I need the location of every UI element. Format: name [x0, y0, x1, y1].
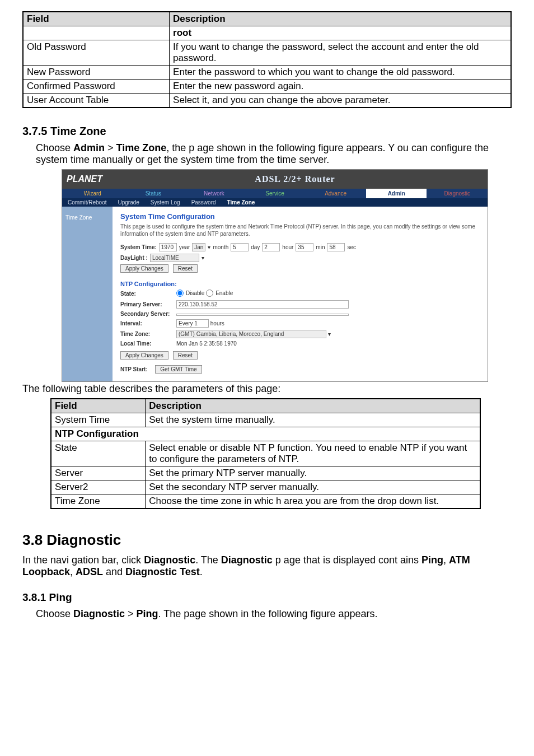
- daylight-select[interactable]: LocalTIME: [150, 254, 199, 262]
- col-field: Field: [51, 399, 146, 413]
- sub-tabs: Commit/Reboot Upgrade System Log Passwor…: [62, 198, 488, 207]
- enable-label: Enable: [216, 290, 233, 296]
- system-time-row: System Time: 1970 year Jan ▾ month 5 day…: [120, 243, 480, 251]
- logo: PLANET: [67, 174, 102, 184]
- table2-intro: The following table describes the parame…: [22, 383, 512, 395]
- router-screenshot: PLANET ADSL 2/2+ Router Wizard Status Ne…: [62, 169, 488, 382]
- tz-select[interactable]: (GMT) Gambia, Liberia, Morocco, England: [176, 330, 326, 338]
- panel-desc: This page is used to configure the syste…: [120, 223, 480, 237]
- state-label: State:: [120, 291, 171, 297]
- primary-input[interactable]: 220.130.158.52: [176, 300, 349, 309]
- reset-button[interactable]: Reset: [173, 264, 198, 273]
- subtab-commit[interactable]: Commit/Reboot: [62, 198, 112, 207]
- timezone-field-table: Field Description System Time Set the sy…: [50, 398, 481, 509]
- min-input[interactable]: 35: [296, 243, 313, 251]
- tab-admin[interactable]: Admin: [366, 189, 427, 198]
- sec-label: sec: [347, 244, 356, 250]
- tz-label: Time Zone:: [120, 331, 171, 337]
- heading-381: 3.8.1 Ping: [22, 591, 512, 604]
- col-field: Field: [23, 12, 170, 26]
- col-desc: Description: [146, 399, 480, 413]
- chevron-down-icon: ▾: [202, 255, 204, 261]
- para-381: Choose Diagnostic > Ping. The page shown…: [36, 608, 512, 620]
- table-row: Time Zone Choose the time zone in whic h…: [51, 494, 480, 509]
- enable-radio[interactable]: [206, 290, 213, 297]
- col-desc: Description: [170, 12, 511, 26]
- apply-button[interactable]: Apply Changes: [120, 264, 168, 273]
- state-radios: Disable Enable: [176, 290, 480, 298]
- left-nav: Time Zone: [62, 207, 113, 381]
- hour-input[interactable]: 2: [262, 243, 280, 251]
- year-label: year: [179, 244, 190, 250]
- ntp-heading: NTP Configuration:: [120, 281, 480, 287]
- table-row: User Account Table Select it, and you ca…: [23, 94, 511, 108]
- hour-label: hour: [282, 244, 293, 250]
- table-row: State Select enable or disable NT P func…: [51, 441, 480, 466]
- ntp-grid: State: Disable Enable Primary Server: 22…: [120, 290, 480, 347]
- chevron-down-icon: ▾: [208, 244, 210, 250]
- min-label: min: [316, 244, 325, 250]
- systime-label: System Time:: [120, 244, 157, 250]
- daylight-label: DayLight :: [120, 255, 148, 261]
- ntp-start-row: NTP Start: Get GMT Time: [120, 365, 480, 374]
- heading-38: 3.8 Diagnostic: [22, 531, 512, 549]
- month-select[interactable]: Jan: [192, 243, 205, 251]
- table-header: Field Description: [51, 399, 480, 413]
- table-row: Confirmed Password Enter the new passwor…: [23, 80, 511, 94]
- sec-input[interactable]: 58: [327, 243, 345, 251]
- subtab-timezone[interactable]: Time Zone: [222, 198, 261, 207]
- daylight-row: DayLight : LocalTIME ▾: [120, 254, 480, 262]
- disable-label: Disable: [186, 290, 204, 296]
- main-tabs: Wizard Status Network Service Advance Ad…: [62, 189, 488, 198]
- year-input[interactable]: 1970: [159, 243, 177, 251]
- heading-375: 3.7.5 Time Zone: [22, 125, 512, 138]
- tab-wizard[interactable]: Wizard: [62, 189, 123, 198]
- left-timezone[interactable]: Time Zone: [62, 212, 113, 223]
- localtime-value: Mon Jan 5 2:35:58 1970: [176, 340, 480, 347]
- table-row: root: [23, 26, 511, 40]
- password-field-table: Field Description root Old Password If y…: [22, 11, 512, 108]
- ntp-start-label: NTP Start:: [120, 366, 148, 372]
- table-group-row: NTP Configuration: [51, 427, 480, 441]
- tab-advance[interactable]: Advance: [305, 189, 366, 198]
- tab-status[interactable]: Status: [123, 189, 184, 198]
- table-row: New Password Enter the password to which…: [23, 66, 511, 80]
- interval-unit: hours: [210, 320, 224, 326]
- router-body: Time Zone System Time Configuration This…: [62, 207, 488, 381]
- panel-heading: System Time Configuration: [120, 212, 480, 221]
- secondary-label: Secondary Server:: [120, 311, 171, 317]
- reset-button-2[interactable]: Reset: [173, 351, 198, 360]
- interval-label: Interval:: [120, 320, 171, 326]
- tab-service[interactable]: Service: [245, 189, 306, 198]
- interval-input[interactable]: Every 1: [176, 319, 209, 328]
- chevron-down-icon: ▾: [328, 331, 331, 337]
- table-row: Server Set the primary NTP server manual…: [51, 466, 480, 480]
- subtab-password[interactable]: Password: [186, 198, 222, 207]
- table-row: System Time Set the system time manually…: [51, 413, 480, 427]
- tab-diagnostic[interactable]: Diagnostic: [427, 189, 488, 198]
- router-header: PLANET ADSL 2/2+ Router: [62, 170, 488, 189]
- table-header: Field Description: [23, 12, 511, 26]
- get-gmt-button[interactable]: Get GMT Time: [155, 365, 202, 374]
- month-label: month: [213, 244, 228, 250]
- para-375: Choose Admin > Time Zone, the p age show…: [36, 142, 512, 166]
- disable-radio[interactable]: [176, 290, 184, 297]
- apply-reset-row-2: Apply Changes Reset: [120, 351, 480, 360]
- apply-button-2[interactable]: Apply Changes: [120, 351, 168, 360]
- table-row: Old Password If you want to change the p…: [23, 40, 511, 66]
- primary-label: Primary Server:: [120, 301, 171, 307]
- localtime-label: Local Time:: [120, 340, 171, 347]
- router-title: ADSL 2/2+ Router: [102, 174, 488, 184]
- subtab-syslog[interactable]: System Log: [145, 198, 186, 207]
- tab-network[interactable]: Network: [184, 189, 245, 198]
- day-input[interactable]: 5: [231, 243, 249, 251]
- day-label: day: [251, 244, 260, 250]
- secondary-input[interactable]: [176, 314, 349, 316]
- table-row: Server2 Set the secondary NTP server man…: [51, 480, 480, 494]
- main-panel: System Time Configuration This page is u…: [113, 207, 488, 381]
- para-38: In the navi gation bar, click Diagnostic…: [22, 554, 512, 578]
- apply-reset-row-1: Apply Changes Reset: [120, 264, 480, 273]
- subtab-upgrade[interactable]: Upgrade: [112, 198, 144, 207]
- page: Field Description root Old Password If y…: [0, 0, 534, 634]
